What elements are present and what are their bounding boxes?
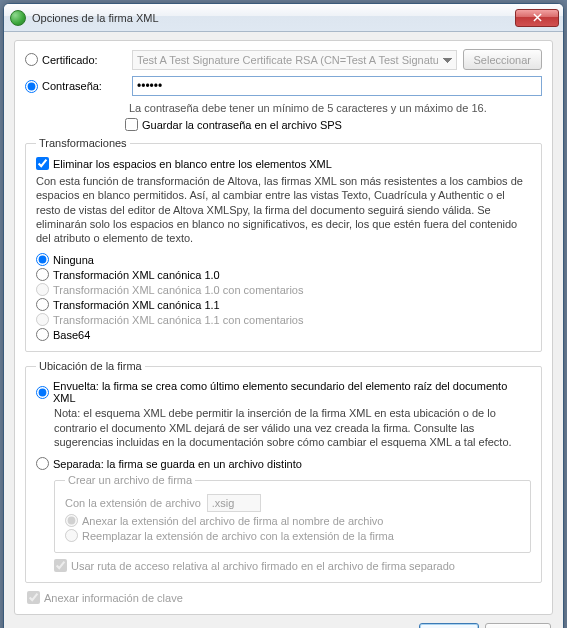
append-key-checkbox xyxy=(27,591,40,604)
sf-append-radio xyxy=(65,514,78,527)
pwd-hint: La contraseña debe tener un mínimo de 5 … xyxy=(129,102,542,114)
detached-label: Separada: la firma se guarda en un archi… xyxy=(53,458,302,470)
dialog-window: Opciones de la firma XML Certificado: Se… xyxy=(3,3,564,628)
close-icon xyxy=(533,13,542,22)
tf-c11c-radio xyxy=(36,313,49,326)
tf-c11-label: Transformación XML canónica 1.1 xyxy=(53,299,220,311)
cert-combo[interactable] xyxy=(132,50,457,70)
transform-group: Transformaciones Eliminar los espacios e… xyxy=(25,137,542,352)
placement-group: Ubicación de la firma Envuelta: la firma… xyxy=(25,360,542,583)
tf-b64-label: Base64 xyxy=(53,329,90,341)
tf-b64-radio[interactable] xyxy=(36,328,49,341)
strip-ws-label: Eliminar los espacios en blanco entre lo… xyxy=(53,158,332,170)
cert-row: Certificado: Seleccionar xyxy=(25,49,542,70)
app-icon xyxy=(10,10,26,26)
transform-desc: Con esta función de transformación de Al… xyxy=(36,174,531,245)
pwd-radio[interactable] xyxy=(25,80,38,93)
cancel-button[interactable]: Cancelar xyxy=(485,623,551,628)
save-pwd-label: Guardar la contraseña en el archivo SPS xyxy=(142,119,342,131)
content-panel: Certificado: Seleccionar Contraseña: La … xyxy=(14,40,553,615)
transform-legend: Transformaciones xyxy=(36,137,130,149)
ext-input xyxy=(207,494,261,512)
ext-label: Con la extensión de archivo xyxy=(65,497,201,509)
append-key-label: Anexar información de clave xyxy=(44,592,183,604)
sf-replace-label: Reemplazar la extensión de archivo con l… xyxy=(82,530,394,542)
close-button[interactable] xyxy=(515,9,559,27)
strip-ws-row: Eliminar los espacios en blanco entre lo… xyxy=(36,157,531,170)
ok-button[interactable]: Aceptar xyxy=(419,623,479,628)
titlebar: Opciones de la firma XML xyxy=(4,4,563,32)
dialog-body: Certificado: Seleccionar Contraseña: La … xyxy=(4,32,563,628)
cert-radio[interactable] xyxy=(25,53,38,66)
placement-legend: Ubicación de la firma xyxy=(36,360,145,372)
relpath-label: Usar ruta de acceso relativa al archivo … xyxy=(71,560,455,572)
tf-c10c-label: Transformación XML canónica 1.0 con come… xyxy=(53,284,303,296)
tf-c10c-radio xyxy=(36,283,49,296)
footer: Aceptar Cancelar xyxy=(14,615,553,628)
save-pwd-checkbox[interactable] xyxy=(125,118,138,131)
enveloped-radio[interactable] xyxy=(36,386,49,399)
tf-c10-radio[interactable] xyxy=(36,268,49,281)
sigfile-legend: Crear un archivo de firma xyxy=(65,474,195,486)
window-title: Opciones de la firma XML xyxy=(32,12,515,24)
enveloped-label: Envuelta: la firma se crea como último e… xyxy=(53,380,531,404)
tf-none-radio[interactable] xyxy=(36,253,49,266)
save-pwd-row: Guardar la contraseña en el archivo SPS xyxy=(125,118,542,131)
pwd-label: Contraseña: xyxy=(42,80,132,92)
tf-c11-radio[interactable] xyxy=(36,298,49,311)
sf-replace-radio xyxy=(65,529,78,542)
sf-append-label: Anexar la extensión del archivo de firma… xyxy=(82,515,383,527)
append-key-row: Anexar información de clave xyxy=(27,591,542,604)
strip-ws-checkbox[interactable] xyxy=(36,157,49,170)
select-cert-button[interactable]: Seleccionar xyxy=(463,49,542,70)
relpath-checkbox xyxy=(54,559,67,572)
cert-label: Certificado: xyxy=(42,54,132,66)
pwd-input[interactable] xyxy=(132,76,542,96)
pwd-row: Contraseña: xyxy=(25,76,542,96)
enveloped-note: Nota: el esquema XML debe permitir la in… xyxy=(54,406,531,449)
tf-c11c-label: Transformación XML canónica 1.1 con come… xyxy=(53,314,303,326)
sigfile-group: Crear un archivo de firma Con la extensi… xyxy=(54,474,531,553)
detached-radio[interactable] xyxy=(36,457,49,470)
tf-none-label: Ninguna xyxy=(53,254,94,266)
tf-c10-label: Transformación XML canónica 1.0 xyxy=(53,269,220,281)
